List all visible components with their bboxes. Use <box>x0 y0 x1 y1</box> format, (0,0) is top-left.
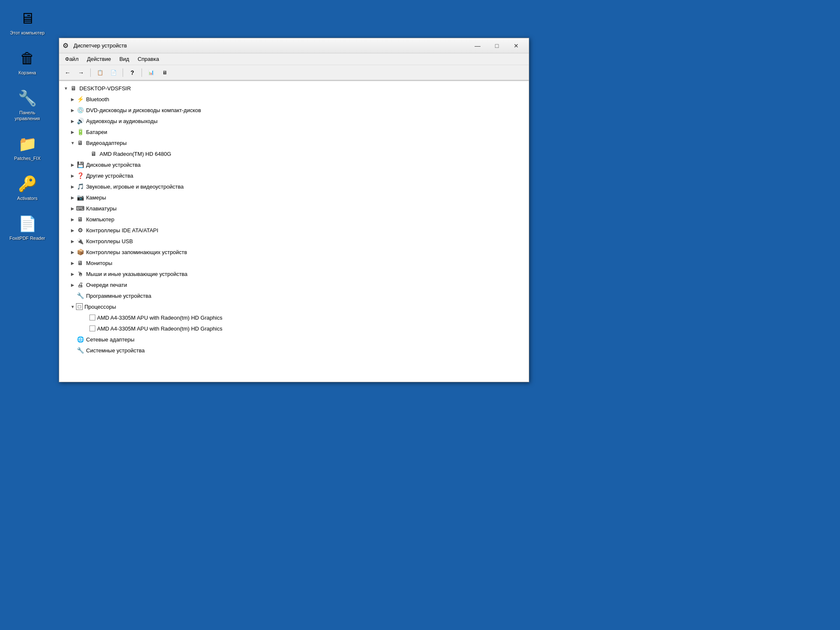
bluetooth-label: Bluetooth <box>86 96 109 102</box>
firmware-icon: 🔧 <box>76 291 84 300</box>
menu-bar: Файл Действие Вид Справка <box>59 53 529 65</box>
bluetooth-chevron: ▶ <box>69 96 76 102</box>
window-title: Диспетчер устройств <box>74 42 468 49</box>
foxit-label: FoxitPDF Reader <box>10 236 45 241</box>
computer-icon: 🖥 <box>76 215 84 223</box>
tree-monitors[interactable]: ▶ 🖥 Мониторы <box>59 257 529 268</box>
toolbar-sep-1 <box>90 68 91 77</box>
amd-gpu-label: AMD Radeon(TM) HD 6480G <box>100 151 171 157</box>
monitors-label: Мониторы <box>86 260 112 266</box>
network-label: Сетевые адаптеры <box>86 336 134 343</box>
battery-icon: 🔋 <box>76 128 84 136</box>
tree-sysdev[interactable]: ▶ 🔧 Системные устройства <box>59 345 529 356</box>
tree-battery[interactable]: ▶ 🔋 Батареи <box>59 126 529 137</box>
menu-view[interactable]: Вид <box>115 54 134 64</box>
desktop-icon-patches[interactable]: 📁 Patches_FIX <box>8 134 46 161</box>
monitors-chevron: ▶ <box>69 260 76 266</box>
tree-audio[interactable]: ▶ 🔊 Аудиовходы и аудиовыходы <box>59 116 529 126</box>
firmware-label: Программные устройства <box>86 293 151 299</box>
other-chevron: ▶ <box>69 172 76 179</box>
tree-display[interactable]: ▼ 🖥 Видеоадаптеры <box>59 137 529 148</box>
scan-button[interactable]: 📊 <box>145 67 157 79</box>
processors-icon: □ <box>76 303 83 310</box>
tree-storage[interactable]: ▶ 📦 Контроллеры запоминающих устройств <box>59 247 529 257</box>
desktop-icon-activators[interactable]: 🔑 Activators <box>8 174 46 201</box>
tree-amd-gpu[interactable]: ▶ 🖥 AMD Radeon(TM) HD 6480G <box>59 148 529 159</box>
tree-usb[interactable]: ▶ 🔌 Контроллеры USB <box>59 236 529 247</box>
sound-chevron: ▶ <box>69 183 76 190</box>
tree-root[interactable]: ▼ 🖥 DESKTOP-VDSFSIR <box>59 83 529 94</box>
computer-chevron: ▶ <box>69 216 76 223</box>
desktop-icon-recycle[interactable]: 🗑 Корзина <box>8 48 46 76</box>
tree-processors[interactable]: ▼ □ Процессоры <box>59 301 529 312</box>
control-panel-label: Панель управления <box>8 110 46 121</box>
disk-chevron: ▶ <box>69 161 76 168</box>
root-chevron: ▼ <box>63 85 69 92</box>
minimize-button[interactable]: — <box>468 40 487 52</box>
toolbar-sep-3 <box>142 68 142 77</box>
desktop-icons: 🖥 Этот компьютер 🗑 Корзина 🔧 Панель упра… <box>0 0 55 630</box>
audio-label: Аудиовходы и аудиовыходы <box>86 118 158 124</box>
tree-keyboard[interactable]: ▶ ⌨ Клавиатуры <box>59 203 529 214</box>
back-button[interactable]: ← <box>62 67 74 79</box>
tree-cpu1[interactable]: ▶ AMD A4-3305M APU with Radeon(tm) HD Gr… <box>59 312 529 323</box>
patches-icon: 📁 <box>17 134 37 154</box>
keyboard-label: Клавиатуры <box>86 205 117 212</box>
root-label: DESKTOP-VDSFSIR <box>79 85 131 92</box>
tree-ide[interactable]: ▶ ⚙ Контроллеры IDE ATA/ATAPI <box>59 225 529 236</box>
device-tree[interactable]: ▼ 🖥 DESKTOP-VDSFSIR ▶ ⚡ Bluetooth ▶ 💿 DV… <box>59 80 529 382</box>
menu-file[interactable]: Файл <box>61 54 83 64</box>
audio-chevron: ▶ <box>69 118 76 124</box>
maximize-button[interactable]: □ <box>488 40 506 52</box>
ide-chevron: ▶ <box>69 227 76 234</box>
display-chevron: ▼ <box>69 139 76 146</box>
display-icon: 🖥 <box>76 139 84 147</box>
title-bar-buttons: — □ ✕ <box>468 40 525 52</box>
battery-label: Батареи <box>86 129 107 135</box>
tree-computer[interactable]: ▶ 🖥 Компьютер <box>59 214 529 225</box>
update-button[interactable]: 📄 <box>108 67 119 79</box>
storage-chevron: ▶ <box>69 249 76 255</box>
desktop-icon-computer[interactable]: 🖥 Этот компьютер <box>8 8 46 36</box>
activators-icon: 🔑 <box>17 174 37 194</box>
network-icon: 🌐 <box>76 335 84 344</box>
processors-label: Процессоры <box>84 304 116 310</box>
tree-dvd[interactable]: ▶ 💿 DVD-дисководы и дисководы компакт-ди… <box>59 105 529 116</box>
ide-icon: ⚙ <box>76 226 84 234</box>
tree-sound[interactable]: ▶ 🎵 Звуковые, игровые и видеоустройства <box>59 181 529 192</box>
print-label: Очереди печати <box>86 282 127 288</box>
tree-bluetooth[interactable]: ▶ ⚡ Bluetooth <box>59 94 529 105</box>
menu-action[interactable]: Действие <box>83 54 115 64</box>
patches-label: Patches_FIX <box>14 156 41 161</box>
computer-label: Этот компьютер <box>10 30 45 36</box>
window-icon: ⚙ <box>63 42 71 50</box>
print-chevron: ▶ <box>69 281 76 288</box>
tree-cpu2[interactable]: ▶ AMD A4-3305M APU with Radeon(tm) HD Gr… <box>59 323 529 334</box>
desktop-icon-foxit[interactable]: 📄 FoxitPDF Reader <box>8 214 46 241</box>
tree-mouse[interactable]: ▶ 🖱 Мыши и иные указывающие устройства <box>59 268 529 279</box>
print-icon: 🖨 <box>76 281 84 289</box>
camera-icon: 📷 <box>76 193 84 202</box>
monitor-button[interactable]: 🖥 <box>159 67 171 79</box>
tree-disk[interactable]: ▶ 💾 Дисковые устройства <box>59 159 529 170</box>
desktop-icon-control-panel[interactable]: 🔧 Панель управления <box>8 88 46 121</box>
tree-network[interactable]: ▶ 🌐 Сетевые адаптеры <box>59 334 529 345</box>
tree-firmware[interactable]: ▶ 🔧 Программные устройства <box>59 290 529 301</box>
menu-help[interactable]: Справка <box>134 54 163 64</box>
cpu2-icon <box>89 326 95 331</box>
cpu1-label: AMD A4-3305M APU with Radeon(tm) HD Grap… <box>97 315 222 321</box>
tree-print[interactable]: ▶ 🖨 Очереди печати <box>59 279 529 290</box>
tree-camera[interactable]: ▶ 📷 Камеры <box>59 192 529 203</box>
processors-chevron: ▼ <box>69 303 76 310</box>
monitors-icon: 🖥 <box>76 259 84 267</box>
tree-other[interactable]: ▶ ❓ Другие устройства <box>59 170 529 181</box>
activators-label: Activators <box>17 196 37 201</box>
forward-button[interactable]: → <box>75 67 87 79</box>
other-label: Другие устройства <box>86 173 133 179</box>
properties-button[interactable]: 📋 <box>94 67 106 79</box>
help-button[interactable]: ? <box>126 67 138 79</box>
other-icon: ❓ <box>76 171 84 180</box>
camera-chevron: ▶ <box>69 194 76 201</box>
cpu1-icon <box>89 315 95 320</box>
close-button[interactable]: ✕ <box>507 40 525 52</box>
